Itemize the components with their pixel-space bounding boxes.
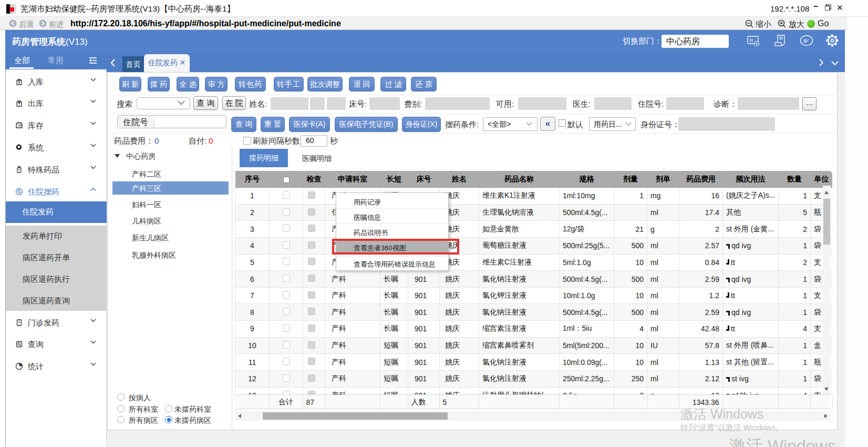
svg-text:S/: S/ <box>803 37 809 44</box>
svg-text:SI: SI <box>749 38 753 43</box>
